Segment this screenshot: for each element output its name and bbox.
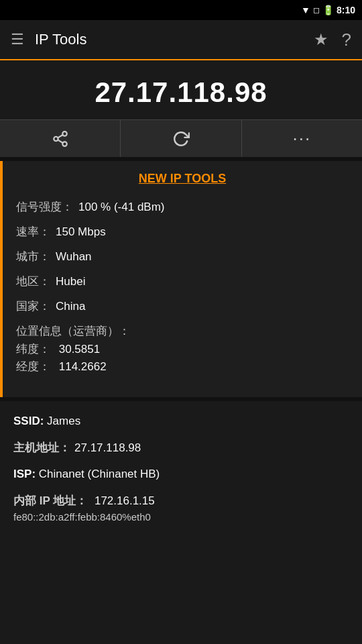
ssid-row: SSID: James — [13, 415, 349, 428]
help-icon[interactable]: ? — [342, 30, 351, 50]
host-value: 27.17.118.98 — [74, 441, 141, 455]
region-row: 地区： Hubei — [16, 274, 349, 289]
ipv6-value: fe80::2db:a2ff:febb:8460%eth0 — [13, 511, 151, 523]
bottom-section: SSID: James 主机地址： 27.17.118.98 ISP: Chin… — [0, 401, 362, 548]
status-bar: ▼ ◻ 🔋 8:10 — [0, 0, 362, 20]
signal-label: 信号强度： — [16, 199, 73, 215]
ip-address: 27.17.118.98 — [95, 76, 267, 108]
signal-value: 100 % (-41 dBm) — [78, 201, 165, 214]
lon-value: 114.2662 — [59, 360, 107, 373]
lat-label: 纬度： — [16, 343, 50, 356]
region-value: Hubei — [56, 275, 85, 288]
new-ip-tools-link[interactable]: NEW IP TOOLS — [16, 172, 349, 186]
lat-value: 30.5851 — [59, 343, 100, 356]
isp-label: ISP: — [13, 468, 36, 481]
battery-icon: 🔋 — [322, 5, 334, 15]
share-button[interactable] — [0, 120, 121, 157]
host-row: 主机地址： 27.17.118.98 — [13, 440, 349, 455]
internal-ip-header: 内部 IP 地址： 172.16.1.15 — [13, 493, 155, 508]
internal-ip-label: 内部 IP 地址： — [13, 494, 87, 507]
internal-ip-row: 内部 IP 地址： 172.16.1.15 fe80::2db:a2ff:feb… — [13, 493, 349, 523]
ssid-label: SSID: — [13, 415, 44, 428]
speed-row: 速率： 150 Mbps — [16, 224, 349, 239]
lat-row: 纬度： 30.5851 — [16, 341, 349, 357]
wifi-icon: ▼ — [301, 5, 310, 15]
status-icons: ▼ ◻ 🔋 8:10 — [301, 5, 355, 15]
ssid-value: James — [47, 415, 80, 428]
signal-row: 信号强度： 100 % (-41 dBm) — [16, 199, 349, 215]
internal-ip-value: 172.16.1.15 — [95, 494, 155, 507]
country-label: 国家： — [16, 299, 50, 314]
location-block: 位置信息（运营商）： 纬度： 30.5851 经度： 114.2662 — [16, 323, 349, 374]
svg-line-3 — [58, 140, 62, 142]
svg-line-4 — [58, 135, 62, 138]
status-time: 8:10 — [337, 5, 355, 15]
city-value: Wuhan — [56, 250, 92, 264]
speed-label: 速率： — [16, 224, 50, 239]
speed-value: 150 Mbps — [56, 225, 106, 239]
top-nav: ☰ IP Tools ★ ? — [0, 20, 362, 60]
lon-row: 经度： 114.2662 — [16, 359, 349, 374]
nav-left: ☰ IP Tools — [11, 31, 86, 48]
country-value: China — [56, 300, 85, 313]
nav-right: ★ ? — [314, 30, 351, 50]
country-row: 国家： China — [16, 299, 349, 314]
isp-value: Chinanet (Chinanet HB) — [39, 468, 160, 481]
star-icon[interactable]: ★ — [314, 30, 328, 49]
host-label: 主机地址： — [13, 440, 70, 455]
location-label: 位置信息（运营商）： — [16, 323, 343, 339]
action-buttons: ··· — [0, 119, 362, 157]
more-button[interactable]: ··· — [242, 120, 362, 157]
refresh-button[interactable] — [121, 120, 241, 157]
signal-icon: ◻ — [313, 5, 320, 15]
info-panel: NEW IP TOOLS 信号强度： 100 % (-41 dBm) 速率： 1… — [0, 161, 362, 397]
city-label: 城市： — [16, 249, 50, 264]
city-row: 城市： Wuhan — [16, 249, 349, 264]
region-label: 地区： — [16, 274, 50, 289]
lon-label: 经度： — [16, 360, 50, 373]
isp-row: ISP: Chinanet (Chinanet HB) — [13, 468, 349, 481]
hamburger-icon[interactable]: ☰ — [11, 31, 24, 48]
ip-display: 27.17.118.98 — [0, 60, 362, 119]
app-title: IP Tools — [35, 31, 86, 48]
